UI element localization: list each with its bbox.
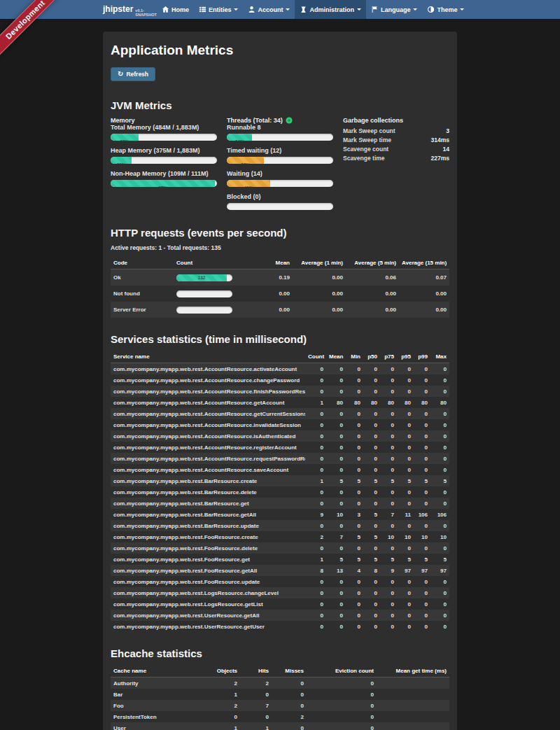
table-cell: 0 bbox=[305, 374, 326, 386]
entities-icon bbox=[199, 6, 206, 13]
progress-bar-value: 41% bbox=[244, 185, 253, 187]
table-cell: 0 bbox=[414, 498, 430, 509]
progress-bar-track: 98% bbox=[111, 180, 217, 187]
table-cell: 10 bbox=[430, 531, 449, 542]
threads-column: Threads (Total: 34) Runnable 824%Timed w… bbox=[227, 117, 333, 211]
table-cell: com.mycompany.myapp.web.rest.UserResourc… bbox=[111, 621, 305, 632]
table-cell: 0 bbox=[305, 430, 326, 442]
table-cell: com.mycompany.myapp.web.rest.FooResource… bbox=[111, 554, 305, 565]
jvm-metrics-heading: JVM Metrics bbox=[111, 99, 449, 111]
metric-label: Non-Heap Memory (109M / 111M) bbox=[111, 170, 217, 177]
thread-dump-eye-icon[interactable] bbox=[286, 117, 293, 124]
threads-heading: Threads (Total: 34) bbox=[227, 117, 333, 124]
table-cell: com.mycompany.myapp.web.rest.LogsResourc… bbox=[111, 598, 305, 610]
progress-bar-track bbox=[176, 307, 232, 314]
home-icon bbox=[162, 6, 169, 13]
table-cell: 0 bbox=[363, 430, 380, 442]
table-cell: com.mycompany.myapp.web.rest.AccountReso… bbox=[111, 386, 305, 397]
table-cell: 0 bbox=[380, 374, 397, 386]
table-cell: 0 bbox=[305, 498, 326, 509]
table-cell: 0 bbox=[363, 598, 380, 610]
table-cell: com.mycompany.myapp.web.rest.AccountReso… bbox=[111, 442, 305, 453]
progress-bar-fill: 24% bbox=[227, 134, 252, 141]
table-cell: 0 bbox=[272, 700, 307, 711]
table-cell: Server Error bbox=[111, 302, 174, 318]
progress-bar-fill: 26% bbox=[111, 134, 139, 141]
nav-link-language[interactable]: Language bbox=[366, 0, 423, 19]
table-row: com.mycompany.myapp.web.rest.AccountReso… bbox=[111, 397, 449, 408]
chevron-down-icon bbox=[286, 8, 290, 10]
table-cell: 0 bbox=[414, 520, 430, 531]
nav-link-entities[interactable]: Entities bbox=[194, 0, 244, 19]
column-header: Count bbox=[174, 257, 244, 269]
table-cell: 0 bbox=[363, 610, 380, 621]
table-cell: 0 bbox=[307, 711, 377, 722]
gc-label: Mark Sweep count bbox=[343, 126, 421, 135]
table-cell: 0 bbox=[414, 598, 430, 610]
refresh-button[interactable]: ↻ Refresh bbox=[111, 67, 155, 81]
brand-link[interactable]: jhipster v0.1-SNAPSHOT bbox=[103, 0, 157, 19]
table-cell: 8 bbox=[305, 565, 326, 576]
table-cell: 0 bbox=[305, 486, 326, 498]
table-cell: 0 bbox=[326, 464, 346, 475]
table-cell: 0 bbox=[305, 363, 326, 375]
table-cell: 0 bbox=[397, 453, 414, 464]
table-cell: 0 bbox=[305, 464, 326, 475]
table-cell: 0 bbox=[363, 408, 380, 419]
gc-column: Garbage collections Mark Sweep count3Mar… bbox=[343, 117, 449, 211]
table-cell: 0 bbox=[397, 363, 414, 375]
metric-label: Total Memory (484M / 1,883M) bbox=[111, 124, 217, 131]
table-cell: com.mycompany.myapp.web.rest.BarResource… bbox=[111, 520, 305, 531]
table-cell: 80 bbox=[414, 397, 430, 408]
nav-link-account[interactable]: Account bbox=[243, 0, 295, 19]
table-cell: 0 bbox=[397, 430, 414, 442]
table-row: com.mycompany.myapp.web.rest.AccountReso… bbox=[111, 442, 449, 453]
nav-link-home[interactable]: Home bbox=[157, 0, 194, 19]
table-row: com.mycompany.myapp.web.rest.UserResourc… bbox=[111, 610, 449, 621]
table-cell: com.mycompany.myapp.web.rest.BarResource… bbox=[111, 486, 305, 498]
table-cell: 0 bbox=[240, 711, 272, 722]
table-cell: 13 bbox=[326, 565, 346, 576]
table-cell: 0 bbox=[414, 576, 430, 587]
table-cell: 0 bbox=[380, 621, 397, 632]
table-cell: 0 bbox=[380, 408, 397, 419]
table-cell: 0 bbox=[205, 711, 240, 722]
metric-label: Heap Memory (375M / 1,883M) bbox=[111, 147, 217, 154]
table-cell: 0 bbox=[305, 621, 326, 632]
table-cell: 0 bbox=[430, 486, 449, 498]
nav-link-theme[interactable]: Theme bbox=[422, 0, 469, 19]
table-cell: 0 bbox=[346, 363, 363, 375]
table-cell: 0 bbox=[380, 464, 397, 475]
column-header: Average (1 min) bbox=[293, 257, 346, 269]
table-cell bbox=[174, 302, 244, 318]
table-cell bbox=[174, 286, 244, 302]
table-cell: 0 bbox=[326, 576, 346, 587]
table-cell: 2 bbox=[305, 531, 326, 542]
memory-bars: Total Memory (484M / 1,883M)26%Heap Memo… bbox=[111, 124, 217, 187]
table-cell: 5 bbox=[380, 475, 397, 486]
nav-link-administration[interactable]: Administration bbox=[295, 0, 366, 19]
table-cell: 1 bbox=[305, 554, 326, 565]
table-cell: 0 bbox=[305, 453, 326, 464]
table-row: PersistentToken0020 bbox=[111, 711, 449, 722]
table-cell: 5 bbox=[346, 554, 363, 565]
progress-bar-fill: 132 bbox=[176, 274, 227, 281]
table-cell: 0 bbox=[272, 722, 307, 730]
table-cell: 0 bbox=[346, 542, 363, 554]
table-row: Authority2200 bbox=[111, 678, 449, 689]
table-cell: 5 bbox=[346, 531, 363, 542]
nav-item-account: Account bbox=[243, 0, 295, 19]
table-cell: 0 bbox=[430, 542, 449, 554]
table-row: com.mycompany.myapp.web.rest.FooResource… bbox=[111, 542, 449, 554]
table-cell: 0 bbox=[430, 498, 449, 509]
table-cell: 0 bbox=[380, 610, 397, 621]
gc-table: Mark Sweep count3Mark Sweep time314msSca… bbox=[343, 126, 449, 162]
table-row: User1100 bbox=[111, 722, 449, 730]
table-cell: 5 bbox=[380, 554, 397, 565]
table-cell: 0 bbox=[326, 374, 346, 386]
chevron-down-icon bbox=[413, 8, 417, 10]
table-cell: 0 bbox=[305, 520, 326, 531]
table-cell: 0 bbox=[380, 386, 397, 397]
table-cell bbox=[377, 689, 449, 700]
table-cell: com.mycompany.myapp.web.rest.AccountReso… bbox=[111, 397, 305, 408]
